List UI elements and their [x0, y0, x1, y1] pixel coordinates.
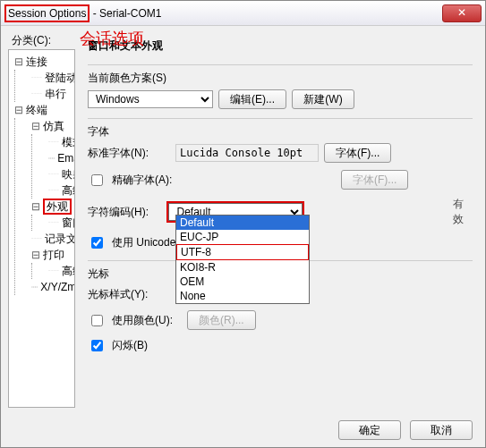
- blink-label: 闪烁(B): [112, 338, 148, 353]
- tree-logfile[interactable]: 记录文件: [45, 232, 75, 245]
- title-highlight: Session Options: [4, 4, 90, 22]
- encoding-option-utf8[interactable]: UTF-8: [176, 244, 309, 260]
- panel-title: 窗口和文本外观: [88, 38, 473, 54]
- tree-terminal[interactable]: 终端: [26, 104, 47, 116]
- exact-font-button: 字体(F)...: [341, 170, 408, 190]
- tree-login[interactable]: 登陆动作: [45, 72, 75, 84]
- unicode-lines-checkbox[interactable]: [91, 237, 103, 249]
- encoding-label: 字符编码(H):: [88, 205, 161, 220]
- tree-connect[interactable]: 连接: [26, 55, 47, 68]
- std-font-display: Lucida Console 10pt: [175, 144, 319, 162]
- titlebar: Session Options - Serial-COM1 ✕: [1, 1, 485, 26]
- settings-panel: 窗口和文本外观 当前颜色方案(S) Windows 编辑(E)... 新建(W)…: [75, 26, 485, 447]
- tree-serial[interactable]: 串行: [45, 88, 66, 100]
- color-button: 颜色(R)...: [187, 310, 256, 330]
- tree-window[interactable]: 窗口: [62, 216, 75, 229]
- tree-print[interactable]: 打印: [43, 249, 64, 261]
- exact-font-label: 精确字体(A):: [112, 173, 187, 188]
- use-color-label: 使用颜色(U):: [112, 313, 182, 328]
- tree-mode[interactable]: 模式: [62, 136, 75, 148]
- font-heading: 字体: [88, 124, 473, 139]
- tree-appearance[interactable]: 外观: [43, 199, 72, 215]
- blink-checkbox[interactable]: [91, 340, 103, 351]
- cancel-button[interactable]: 取消: [410, 420, 473, 440]
- tree-mapkey[interactable]: 映射键: [62, 168, 75, 181]
- effective-text: 有效: [453, 197, 473, 227]
- encoding-option[interactable]: OEM: [176, 275, 309, 289]
- color-scheme-label: 当前颜色方案(S): [88, 71, 473, 86]
- tree-xyz[interactable]: X/Y/Zmodem: [40, 281, 75, 293]
- category-tree[interactable]: 连接 登陆动作 串行 终端 仿真 模式 Emacs 映射键 高级: [8, 49, 75, 408]
- encoding-option[interactable]: Default: [176, 216, 309, 230]
- encoding-option[interactable]: EUC-JP: [176, 230, 309, 244]
- font-button[interactable]: 字体(F)...: [324, 143, 391, 163]
- edit-button[interactable]: 编辑(E)...: [218, 89, 286, 109]
- new-button[interactable]: 新建(W): [292, 89, 354, 109]
- color-scheme-select[interactable]: Windows: [88, 90, 213, 108]
- encoding-dropdown[interactable]: Default EUC-JP UTF-8 KOI8-R OEM None: [175, 215, 310, 304]
- tree-emacs[interactable]: Emacs: [57, 152, 75, 165]
- ok-button[interactable]: 确定: [338, 420, 401, 440]
- cursor-style-label: 光标样式(Y):: [88, 287, 170, 302]
- encoding-option[interactable]: None: [176, 289, 309, 303]
- exact-font-checkbox[interactable]: [91, 174, 103, 186]
- annotation-label: 会话选项: [80, 28, 144, 49]
- session-options-dialog: { "title": { "session_options": "Session…: [0, 0, 486, 448]
- encoding-option[interactable]: KOI8-R: [176, 260, 309, 275]
- use-color-checkbox[interactable]: [91, 315, 103, 326]
- tree-emulate[interactable]: 仿真: [43, 120, 64, 132]
- close-icon[interactable]: ✕: [442, 4, 482, 22]
- title: Session Options - Serial-COM1: [4, 7, 442, 20]
- std-font-label: 标准字体(N):: [88, 146, 170, 161]
- tree-print-advanced[interactable]: 高级: [62, 265, 75, 277]
- tree-advanced[interactable]: 高级: [62, 184, 75, 197]
- category-label: 分类(C):: [12, 33, 51, 48]
